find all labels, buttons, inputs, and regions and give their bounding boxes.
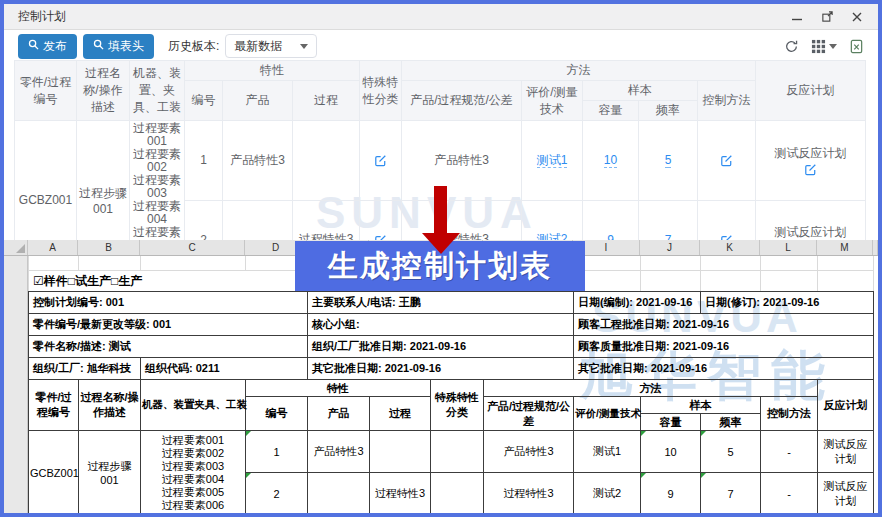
minimize-icon[interactable] (790, 10, 804, 24)
gridline (873, 256, 874, 291)
cell-eval[interactable]: 测试1 (574, 431, 641, 473)
eval-link[interactable]: 测试1 (537, 153, 568, 168)
capacity-link[interactable]: 9 (607, 233, 614, 240)
info-cell[interactable]: 组织代码: 0211 (141, 358, 308, 380)
cell-product[interactable] (308, 473, 370, 514)
col-header[interactable]: 产品/过程规范/公差 (484, 397, 574, 431)
eval-link[interactable]: 测试2 (537, 232, 568, 240)
phase-checkboxes-cell[interactable]: ☑样件□试生产□生产 (33, 273, 142, 290)
col-header: 容量 (583, 101, 639, 121)
edit-icon[interactable] (374, 154, 387, 167)
cell-process[interactable]: 过程特性3 (370, 473, 431, 514)
info-cell[interactable]: 日期(修订): 2021-09-16 (701, 292, 874, 314)
col-header: 特殊特性分类 (360, 61, 402, 121)
col-header[interactable]: 产品 (308, 397, 370, 431)
col-header[interactable]: 频率 (701, 414, 761, 431)
close-icon[interactable] (850, 10, 864, 24)
info-cell[interactable]: 零件名称/描述: 测试 (29, 336, 308, 358)
publish-button[interactable]: 发布 (18, 34, 77, 59)
cell-machine-elements[interactable]: 过程要素001 过程要素002 过程要素003 过程要素004 过程要素005 … (141, 431, 246, 514)
col-header[interactable]: 零件/过程编号 (29, 380, 79, 431)
col-header: 反应计划 (756, 61, 866, 121)
cell-machine-elements: 过程要素001 过程要素002 过程要素003 过程要素004 过程要素005 … (130, 121, 185, 241)
info-cell[interactable]: 其它批准日期: 2021-09-16 (574, 358, 874, 380)
cell-eval[interactable]: 测试2 (574, 473, 641, 514)
info-cell[interactable]: 组织/工厂批准日期: 2021-09-16 (308, 336, 574, 358)
cell-no[interactable]: 1 (246, 431, 308, 473)
col-header[interactable]: 编号 (246, 397, 308, 431)
cell-frequency[interactable]: 7 (701, 473, 761, 514)
col-group-sample: 样本 (583, 81, 698, 101)
cell-process[interactable] (370, 431, 431, 473)
info-cell[interactable]: 顾客工程批准日期: 2021-09-16 (574, 314, 874, 336)
info-cell[interactable]: 顾客质量批准日期: 2021-09-16 (574, 336, 874, 358)
col-header[interactable]: 过程名称/操作描述 (79, 380, 141, 431)
maximize-icon[interactable] (820, 10, 834, 24)
column-header-a[interactable]: A (28, 240, 78, 255)
col-header: 评价/测量技术 (522, 81, 583, 121)
column-header-j[interactable]: J (640, 240, 700, 255)
columns-grid-icon[interactable] (811, 39, 837, 54)
chevron-down-icon (300, 44, 308, 49)
info-cell[interactable]: 其它批准日期: 2021-09-16 (308, 358, 574, 380)
search-icon (28, 39, 39, 53)
frequency-link[interactable]: 7 (665, 233, 672, 240)
col-header[interactable]: 容量 (641, 414, 701, 431)
cell-capacity: 10 (583, 121, 639, 201)
info-cell[interactable]: 日期(编制): 2021-09-16 (574, 292, 701, 314)
col-group-characteristics[interactable]: 特性 (246, 380, 431, 397)
col-header[interactable]: 评价/测量技术 (574, 397, 641, 431)
edit-icon[interactable] (720, 154, 733, 167)
cell-product[interactable]: 产品特性3 (308, 431, 370, 473)
cell-control-method[interactable]: - (761, 473, 818, 514)
cell-frequency[interactable]: 5 (701, 431, 761, 473)
cell-special-class[interactable] (431, 431, 484, 473)
column-header-m[interactable]: M (817, 240, 873, 255)
col-group-methods[interactable]: 方法 (484, 380, 818, 397)
column-header-b[interactable]: B (78, 240, 140, 255)
capacity-link[interactable]: 10 (604, 153, 617, 168)
col-header[interactable]: 控制方法 (761, 397, 818, 431)
column-header-k[interactable]: K (700, 240, 760, 255)
info-cell[interactable]: 零件编号/最新更改等级: 001 (29, 314, 308, 336)
cell-capacity[interactable]: 9 (641, 473, 701, 514)
cell-spec[interactable]: 过程特性3 (484, 473, 574, 514)
col-header: 产品 (223, 81, 293, 121)
export-excel-icon[interactable] (849, 39, 864, 54)
col-header: 过程 (293, 81, 360, 121)
cell-control-method (698, 200, 756, 240)
info-cell[interactable]: 组织/工厂: 旭华科技 (29, 358, 141, 380)
refresh-icon[interactable] (784, 39, 799, 54)
frequency-link[interactable]: 5 (665, 153, 672, 168)
info-cell[interactable]: 核心小组: (308, 314, 574, 336)
edit-icon[interactable] (804, 163, 817, 176)
col-header[interactable]: 机器、装置夹具、工装 (141, 380, 246, 431)
cell-spec[interactable]: 产品特性3 (484, 431, 574, 473)
cell-process-name[interactable]: 过程步骤001 (79, 431, 141, 514)
select-all-corner[interactable] (4, 240, 28, 255)
history-version-value: 最新数据 (234, 38, 282, 55)
info-cell[interactable]: 主要联系人/电话: 王鹏 (308, 292, 574, 314)
col-group-sample[interactable]: 样本 (641, 397, 761, 414)
cell-control-method[interactable]: - (761, 431, 818, 473)
cell-no[interactable]: 2 (246, 473, 308, 514)
column-header-l[interactable]: L (760, 240, 817, 255)
fill-header-button[interactable]: 填表头 (83, 34, 154, 59)
window-title: 控制计划 (18, 8, 66, 25)
cell-reaction-plan: 测试反应计划 (756, 121, 866, 201)
cell-part-no[interactable]: GCBZ001 (29, 431, 79, 514)
cell-reaction-plan[interactable]: 测试反应计划 (818, 473, 874, 514)
screenshot-root: 控制计划 发布 填表头 历史板本: (0, 0, 882, 517)
col-header[interactable]: 特殊特性分类 (431, 380, 484, 431)
cell-capacity[interactable]: 10 (641, 431, 701, 473)
col-header[interactable]: 反应计划 (818, 380, 874, 431)
info-cell[interactable]: 控制计划编号: 001 (29, 292, 308, 314)
cell-special-class[interactable] (431, 473, 484, 514)
col-header: 频率 (639, 101, 698, 121)
column-header-c[interactable]: C (140, 240, 245, 255)
cell-process (293, 121, 360, 201)
cell-eval: 测试2 (522, 200, 583, 240)
history-version-select[interactable]: 最新数据 (225, 34, 317, 58)
col-header[interactable]: 过程 (370, 397, 431, 431)
cell-reaction-plan[interactable]: 测试反应计划 (818, 431, 874, 473)
